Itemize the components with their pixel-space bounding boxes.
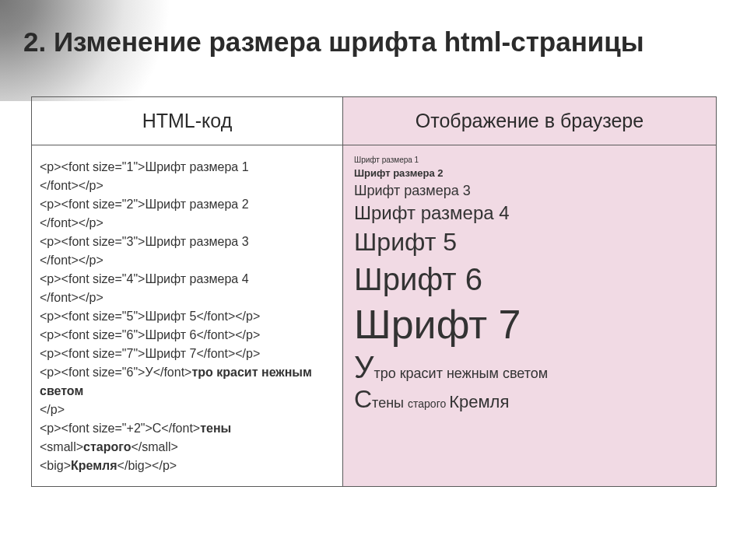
code-line: <p><font size="2">Шрифт размера 2 (40, 198, 249, 211)
render-poem-line-2: Стены старого Кремля (354, 385, 705, 414)
render-size-7: Шрифт 7 (354, 299, 705, 350)
code-line: <p><font size="5">Шрифт 5</font></p> (40, 310, 260, 323)
code-line: </font></p> (40, 254, 103, 267)
render-drop-cap: У (354, 350, 374, 384)
code-cell: <p><font size="1">Шрифт размера 1 </font… (32, 145, 343, 487)
header-html-code: HTML-код (32, 97, 343, 145)
code-bold: тены (200, 422, 231, 435)
code-bold: старого (83, 440, 131, 453)
render-poem-line-1: Утро красит нежным светом (354, 350, 705, 385)
code-line: <p><font size="6">У</font> (40, 366, 191, 379)
render-size-6: Шрифт 6 (354, 259, 705, 299)
code-line: <big> (40, 459, 71, 472)
render-text: тро красит нежным светом (374, 366, 548, 381)
render-drop-cap: С (354, 385, 372, 413)
code-line: </p> (40, 403, 65, 416)
code-line: <p><font size="1">Шрифт размера 1 (40, 160, 249, 173)
table-header-row: HTML-код Отображение в браузере (32, 97, 717, 145)
render-size-1: Шрифт размера 1 (354, 155, 705, 166)
render-cell: Шрифт размера 1 Шрифт размера 2 Шрифт ра… (343, 145, 717, 487)
table-body-row: <p><font size="1">Шрифт размера 1 </font… (32, 145, 717, 487)
main-table: HTML-код Отображение в браузере <p><font… (31, 96, 717, 487)
code-line: <p><font size="6">Шрифт 6</font></p> (40, 328, 260, 341)
code-line: <p><font size="3">Шрифт размера 3 (40, 235, 249, 248)
code-line: </font></p> (40, 179, 103, 192)
code-line: </font></p> (40, 216, 103, 229)
render-text: тены (372, 395, 408, 411)
render-big-text: Кремля (449, 392, 509, 411)
code-line: <small> (40, 440, 83, 453)
code-bold: Кремля (71, 459, 117, 472)
header-browser-render: Отображение в браузере (343, 97, 717, 145)
render-size-4: Шрифт размера 4 (354, 201, 705, 226)
render-size-2: Шрифт размера 2 (354, 166, 705, 181)
code-line: </big></p> (117, 459, 177, 472)
code-line: <p><font size="4">Шрифт размера 4 (40, 272, 249, 285)
slide-title: 2. Изменение размера шрифта html-страниц… (23, 26, 724, 58)
render-size-5: Шрифт 5 (354, 226, 705, 259)
code-line: <p><font size="7">Шрифт 7</font></p> (40, 347, 260, 360)
render-small-text: старого (408, 397, 449, 410)
code-line: <p><font size="+2">С</font> (40, 422, 200, 435)
code-line: </small> (131, 440, 177, 453)
render-size-3: Шрифт размера 3 (354, 181, 705, 201)
code-line: </font></p> (40, 291, 103, 304)
